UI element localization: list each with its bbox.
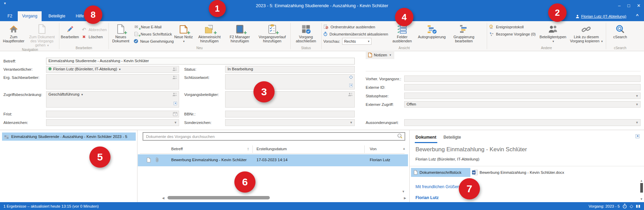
zum-hauptfenster-button[interactable]: Zum Hauptfenster xyxy=(1,22,26,47)
vorgang-abschliessen-button[interactable]: Vorgang abschließen xyxy=(292,22,320,46)
column-header-betreff[interactable]: Betreff xyxy=(171,147,183,151)
vorgangsverlauf-button[interactable]: + Vorgangsverlauf hinzufügen xyxy=(254,22,290,46)
expand-preview-icon[interactable] xyxy=(635,134,640,140)
scroll-up-icon[interactable]: ▲ xyxy=(640,179,643,182)
erg-sachbearbeiter-field[interactable] xyxy=(46,74,179,89)
statusphase-field[interactable]: ▼ xyxy=(404,93,641,99)
preview-tab-dokument[interactable]: Dokument xyxy=(415,135,436,140)
people-picker-icon[interactable] xyxy=(348,92,353,97)
abbrechen-button[interactable]: ↶ Abbrechen xyxy=(80,26,108,33)
loeschen-button[interactable]: ✖ Löschen xyxy=(80,33,108,40)
keyword-tag-icon[interactable] xyxy=(349,75,353,80)
maximize-button[interactable]: □ xyxy=(627,3,630,8)
tab-beteiligte[interactable]: Beteiligte xyxy=(44,11,70,21)
beteiligtentypen-button[interactable]: Beteiligtentypen▾ xyxy=(537,22,569,46)
column-header-von[interactable]: Von xyxy=(370,147,377,151)
verantwortlicher-field[interactable]: Florian Lutz (Büroleiter, IT-Abteilung)▼ xyxy=(46,66,179,73)
bezogene-vorgaenge-button[interactable]: Bezogene Vorgänge (0) xyxy=(487,30,537,38)
home-icon xyxy=(9,23,18,34)
gruppierung-bearbeiten-button[interactable]: Gruppierung bearbeiten xyxy=(448,22,480,46)
tab-f2[interactable]: F2 xyxy=(3,11,17,21)
vorher-vorgangsnr-field[interactable] xyxy=(404,75,641,82)
akteneinsicht-button[interactable]: + Akteneinsicht hinzufügen xyxy=(194,22,225,46)
vorschau-select[interactable]: Rechts ▾ xyxy=(342,38,371,45)
schluesselwort-field[interactable] xyxy=(225,74,355,89)
aktenzeichen-field[interactable]: ▼ xyxy=(46,119,179,126)
button-label: Gruppierung bearbeiten xyxy=(449,35,479,43)
horizontal-scrollbar-thumb[interactable] xyxy=(167,196,270,199)
betreff-field[interactable]: Einmalzahlung Studierende - Auszahlung -… xyxy=(46,58,355,65)
ribbon-divider xyxy=(290,23,291,49)
panel-splitter[interactable] xyxy=(137,130,137,202)
frist-field[interactable]: 7 xyxy=(46,111,179,117)
sort-ascending-icon[interactable]: ↑ xyxy=(247,146,249,151)
tablet-icon: + xyxy=(235,23,244,34)
ribbon-group-label: Status xyxy=(291,46,321,51)
f2-manager-button[interactable]: + F2 Manager hinzufügen xyxy=(225,22,254,46)
ereignisprotokoll-button[interactable]: Ereignisprotokoll xyxy=(487,23,537,30)
vorgangsbeteiligter-field[interactable] xyxy=(225,91,355,108)
notizen-button[interactable]: Notizen ▾ xyxy=(366,51,394,59)
chevron-down-icon[interactable]: ▼ xyxy=(350,121,353,124)
people-picker-icon[interactable] xyxy=(172,92,177,97)
externe-id-field[interactable] xyxy=(404,84,641,90)
scroll-down-icon[interactable]: ▼ xyxy=(402,190,405,193)
zugriffsbeschraenkung-field[interactable]: Geschäftsführung▼ xyxy=(46,91,179,108)
ribbon-group-label: Andere xyxy=(487,46,605,51)
scroll-up-icon[interactable]: ▲ xyxy=(402,147,406,150)
chevron-down-icon: ▼ xyxy=(118,68,121,71)
attachment-tab-schriftstueck[interactable]: Dokumentenschriftstück xyxy=(411,168,470,177)
status-field[interactable]: In Bearbeitung xyxy=(225,66,355,73)
word-file-icon: W xyxy=(472,170,478,175)
calendar-icon[interactable]: 7 xyxy=(173,112,177,117)
zum-dokument-button[interactable]: Zum Dokument des Vorgangs gehen ▾ xyxy=(26,22,58,47)
document-row[interactable]: Bewerbung Einmalzahlung - Kevin Schlüter… xyxy=(138,154,408,166)
scroll-right-icon[interactable]: ▶ xyxy=(404,196,406,200)
case-tree-selected-item[interactable]: Einmalzahlung Studierende - Auszahlung -… xyxy=(2,132,136,141)
externer-zugriff-field[interactable]: Offen ▼ xyxy=(404,101,641,108)
neue-email-button[interactable]: ✉+ Neue E-Mail xyxy=(132,23,173,30)
close-button[interactable]: ✕ xyxy=(637,3,641,8)
neues-schriftstueck-button[interactable]: + Neues Schriftstück xyxy=(132,30,173,38)
csearch-button[interactable]: cSearch xyxy=(608,22,632,46)
search-icon[interactable] xyxy=(397,133,402,140)
bbnr-field[interactable] xyxy=(225,111,355,117)
row-betreff: Bewerbung Einmalzahlung - Kevin Schlüter xyxy=(171,158,247,162)
bearbeiten-button[interactable]: Bearbeiten xyxy=(60,22,80,46)
ribbon-group-label: cSearch xyxy=(606,46,634,51)
expand-field-icon[interactable] xyxy=(349,83,353,88)
neues-dokument-button[interactable]: + Neues Dokument xyxy=(109,22,132,46)
flag-tag-icon[interactable]: ◇ xyxy=(630,204,633,209)
autogruppierung-button[interactable]: Autogruppierung xyxy=(415,22,448,46)
undo-icon: ↶ xyxy=(82,27,87,33)
tab-vorgang[interactable]: Vorgang xyxy=(18,11,42,21)
ordnerstruktur-ausblenden-button[interactable]: Ordnerstruktur ausblenden xyxy=(322,23,389,30)
neue-genehmigung-button[interactable]: Neue Genehmigung xyxy=(132,38,173,45)
chevron-down-icon[interactable]: ▼ xyxy=(174,121,177,124)
scroll-down-icon[interactable]: ▼ xyxy=(640,197,643,201)
aussonderungsart-field[interactable]: ▼ xyxy=(404,119,641,126)
preview-tab-beteiligte[interactable]: Beteiligte xyxy=(443,135,461,140)
dokumentenuebersicht-aktualisieren-button[interactable]: Dokumentenübersicht aktualisieren xyxy=(322,30,389,38)
document-search-input[interactable] xyxy=(143,135,397,139)
vertical-scrollbar-thumb[interactable] xyxy=(640,183,643,193)
chevron-down-icon[interactable]: ▼ xyxy=(635,94,639,98)
current-user-link[interactable]: Florian Lutz (IT-Abteilung) xyxy=(575,11,626,21)
people-picker-icon[interactable] xyxy=(172,67,177,72)
neue-notiz-button[interactable]: + Neue Notiz ▾ xyxy=(173,22,194,46)
pause-icon[interactable]: ▮▮ xyxy=(636,204,641,208)
sonderzeichen-field[interactable]: ▼ xyxy=(225,119,355,126)
attachment-tab-docx[interactable]: W Bewerbung Einmalzahlung - Kevin Schlüt… xyxy=(472,168,564,177)
scroll-left-icon[interactable]: ◀ xyxy=(162,196,164,200)
column-header-erstellungsdatum[interactable]: Erstellungsdatum xyxy=(257,147,287,151)
minimize-button[interactable]: – xyxy=(618,3,620,8)
ribbon-divider xyxy=(606,23,606,49)
chevron-down-icon[interactable]: ▼ xyxy=(635,103,639,106)
chevron-down-icon[interactable]: ▼ xyxy=(635,121,639,124)
ribbon: Zum Hauptfenster Zum Dokument des Vorgan… xyxy=(0,21,644,51)
collapse-ribbon-icon[interactable]: ^ xyxy=(636,13,639,18)
expand-field-icon[interactable] xyxy=(173,101,177,106)
stopwatch-icon[interactable] xyxy=(623,204,627,209)
link-kopieren-button[interactable]: Link zu diesem Vorgang kopieren ▾ xyxy=(569,22,604,46)
people-picker-icon[interactable] xyxy=(172,75,177,80)
